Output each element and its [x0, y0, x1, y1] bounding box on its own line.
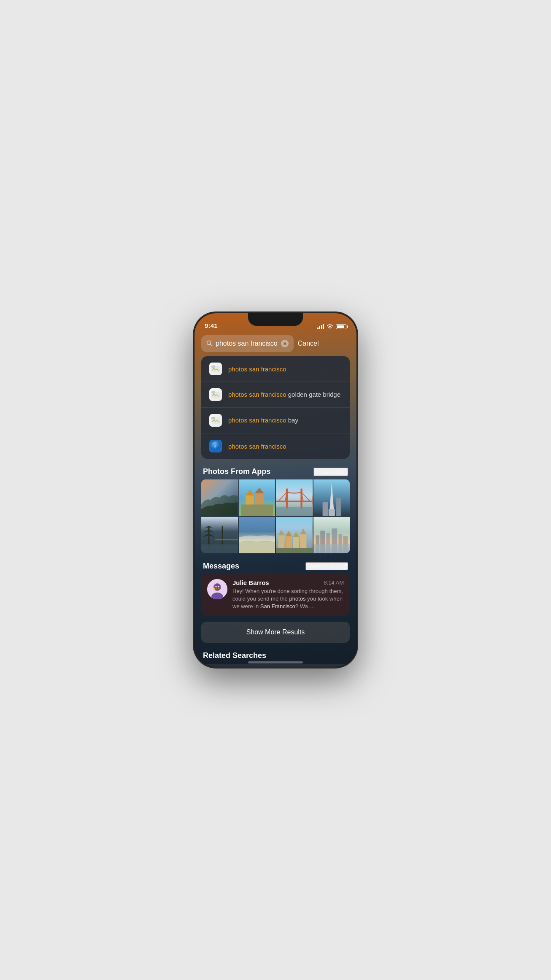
suggestions-list: photos san francisco: [201, 356, 350, 459]
status-time: 9:41: [205, 322, 218, 329]
message-content: Julie Barros 8:14 AM Hey! When you're do…: [232, 579, 344, 611]
chevron-right-icon: ›: [346, 469, 347, 475]
svg-rect-36: [322, 502, 328, 516]
message-highlight: photos: [289, 596, 305, 602]
message-card[interactable]: Julie Barros 8:14 AM Hey! When you're do…: [201, 574, 350, 616]
suggestion-item[interactable]: photos san francisco: [201, 433, 350, 459]
external-link-icon: [342, 564, 347, 569]
photo-cell[interactable]: [201, 517, 238, 554]
svg-rect-61: [313, 544, 350, 553]
photo-cell[interactable]: [239, 517, 276, 554]
search-query-text: photos san francisco: [216, 340, 278, 347]
svg-rect-7: [211, 391, 215, 393]
suggestion-icon: [208, 361, 223, 376]
home-indicator[interactable]: [248, 661, 303, 663]
main-content: Photos From Apps Show More ›: [194, 459, 357, 667]
svg-line-1: [211, 344, 212, 346]
suggestion-icon: [208, 413, 223, 428]
show-more-results-label: Show More Results: [246, 628, 305, 636]
battery-icon: [336, 324, 346, 329]
suggestion-item[interactable]: photos san francisco: [201, 356, 350, 382]
photo-grid: [201, 479, 350, 553]
photos-section-title: Photos From Apps: [203, 467, 270, 476]
suggestion-icon: [208, 387, 223, 402]
svg-rect-71: [217, 586, 220, 587]
search-cancel-button[interactable]: Cancel: [298, 340, 319, 347]
search-in-app-button[interactable]: Search in App: [305, 562, 348, 570]
message-preview: Hey! When you're done sorting through th…: [232, 587, 344, 611]
photo-cell[interactable]: [276, 479, 313, 516]
photo-cell[interactable]: [201, 479, 238, 516]
related-searches-section: Related Searches: [194, 651, 357, 667]
svg-rect-53: [276, 548, 313, 553]
messages-section: Messages Search in App: [194, 560, 357, 616]
phone-device: 9:41: [193, 312, 358, 668]
suggestion-text: photos san francisco bay: [228, 417, 298, 424]
photo-cell[interactable]: [276, 517, 313, 554]
suggestion-text-bold: photos san francisco: [228, 365, 286, 373]
photo-cell[interactable]: [313, 517, 350, 554]
svg-rect-35: [336, 498, 341, 516]
svg-rect-25: [286, 489, 288, 509]
notch: [248, 313, 303, 326]
photos-app-icon: [209, 414, 222, 427]
suggestion-item[interactable]: photos san francisco bay: [201, 408, 350, 433]
avatar: [207, 579, 227, 599]
svg-rect-4: [211, 365, 215, 368]
photo-cell[interactable]: [239, 479, 276, 516]
svg-rect-43: [239, 542, 276, 553]
suggestion-icon: [208, 439, 223, 454]
safari-app-icon: [209, 440, 222, 452]
wifi-icon: [327, 324, 333, 329]
photos-section-header: Photos From Apps Show More ›: [194, 466, 357, 479]
svg-rect-40: [201, 544, 238, 553]
message-time: 8:14 AM: [324, 579, 344, 586]
related-search-item[interactable]: photos san francisco: [201, 664, 350, 667]
search-bar[interactable]: photos san francisco ✕: [201, 335, 294, 352]
svg-rect-34: [328, 509, 335, 516]
show-more-results-button[interactable]: Show More Results: [201, 622, 350, 643]
svg-rect-31: [276, 507, 313, 516]
message-header: Julie Barros 8:14 AM: [232, 579, 344, 586]
photos-app-icon: [209, 363, 222, 375]
svg-rect-23: [241, 504, 273, 516]
photos-from-apps-section: Photos From Apps Show More ›: [194, 466, 357, 553]
photo-cell[interactable]: [313, 479, 350, 516]
suggestion-text: photos san francisco golden gate bridge: [228, 391, 340, 398]
svg-rect-41: [215, 539, 238, 540]
message-sender: Julie Barros: [232, 579, 269, 586]
search-clear-button[interactable]: ✕: [281, 340, 289, 347]
search-in-app-label: Search in App: [306, 563, 340, 569]
svg-rect-10: [211, 417, 215, 419]
svg-rect-26: [300, 489, 302, 509]
search-bar-container: photos san francisco ✕ Cancel: [194, 332, 357, 356]
svg-point-72: [213, 588, 215, 590]
message-highlight-location: San Francisco: [260, 603, 295, 609]
svg-rect-70: [215, 586, 217, 587]
photos-app-icon: [209, 388, 222, 401]
photos-show-more-button[interactable]: Show More ›: [313, 468, 348, 476]
suggestion-item[interactable]: photos san francisco golden gate bridge: [201, 382, 350, 408]
signal-icon: [317, 324, 324, 329]
search-icon: [206, 340, 212, 347]
status-icons: [317, 324, 347, 329]
screen-background: 9:41: [194, 313, 357, 667]
suggestion-text-bold: photos san francisco: [228, 443, 286, 450]
messages-section-header: Messages Search in App: [194, 560, 357, 574]
phone-screen: 9:41: [194, 313, 357, 667]
messages-section-title: Messages: [203, 562, 239, 571]
show-more-label: Show More: [314, 468, 344, 475]
